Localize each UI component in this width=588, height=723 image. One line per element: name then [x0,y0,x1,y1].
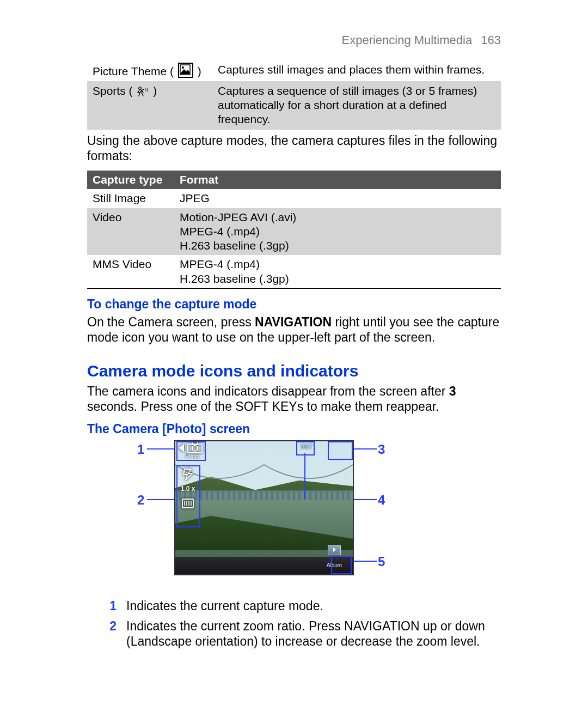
capture-modes-table: Picture Theme ( ) Captures still images … [87,60,501,130]
text: seconds. Press one of the SOFT KEYs to m… [87,399,439,414]
mode-label: Sports [93,84,126,97]
heading-photo-screen: The Camera [Photo] screen [87,421,501,437]
callout-number: 1 [137,441,144,458]
item-text: Indicates the current capture mode. [126,598,501,614]
svg-point-1 [182,66,184,69]
change-mode-paragraph: On the Camera screen, press NAVIGATION r… [87,314,501,346]
callout-number: 4 [378,492,385,508]
camera-screenshot-figure: 1 2 3 4 5 Album [87,440,501,582]
text: The camera icons and indicators disappea… [87,384,449,398]
heading-camera-icons: Camera mode icons and indicators [87,361,501,381]
section-name: Experiencing Multimedia [341,33,472,47]
list-item: 2 Indicates the current zoom ratio. Pres… [87,618,501,650]
cell-type: Video [87,208,174,256]
screenshot-border [174,440,354,575]
mode-desc: Captures still images and places them wi… [212,60,501,81]
camera-preview: Album Photo 967 Menu 1.0 x [174,440,354,575]
col-header: Capture type [87,171,174,189]
col-header: Format [174,171,501,189]
cell-type: MMS Video [87,255,174,288]
item-number: 2 [105,618,117,650]
table-row: Still Image JPEG [87,189,501,208]
cell-type: Still Image [87,189,174,208]
page-body: Experiencing Multimedia 163 Picture Them… [0,0,588,649]
callout-number: 2 [137,492,144,508]
table-row: Sports ( ) Captures a sequence of still … [87,81,501,130]
table-row: Picture Theme ( ) Captures still images … [87,60,501,81]
format-table: Capture type Format Still Image JPEG Vid… [87,171,501,289]
running-head: Experiencing Multimedia 163 [87,33,501,48]
cell-format: JPEG [174,189,501,208]
callout-number: 3 [378,441,385,458]
sports-icon [136,86,150,97]
table-row: Video Motion-JPEG AVI (.avi) MPEG-4 (.mp… [87,208,501,256]
icons-paragraph: The camera icons and indicators disappea… [87,384,501,415]
callout-number: 5 [378,554,385,570]
text: On the Camera screen, press [87,315,255,329]
cell-format: Motion-JPEG AVI (.avi) MPEG-4 (.mp4) H.2… [174,208,501,256]
intro-paragraph: Using the above capture modes, the camer… [87,133,501,165]
heading-change-mode: To change the capture mode [87,296,501,312]
item-number: 1 [105,598,117,614]
item-text: Indicates the current zoom ratio. Press … [126,618,501,650]
callout-line [352,448,377,449]
table-row: MMS Video MPEG-4 (.mp4) H.263 baseline (… [87,255,501,288]
svg-point-2 [139,87,142,89]
callout-descriptions: 1 Indicates the current capture mode. 2 … [87,598,501,649]
cell-format: MPEG-4 (.mp4) H.263 baseline (.3gp) [174,255,501,288]
page-number: 163 [481,33,501,47]
table-header-row: Capture type Format [87,171,501,189]
mode-label: Picture Theme [93,65,167,77]
text-bold: 3 [449,384,456,398]
text-bold: NAVIGATION [255,315,332,329]
picture-theme-icon [178,63,193,78]
mode-desc: Captures a sequence of still images (3 o… [212,81,501,130]
list-item: 1 Indicates the current capture mode. [87,598,501,614]
